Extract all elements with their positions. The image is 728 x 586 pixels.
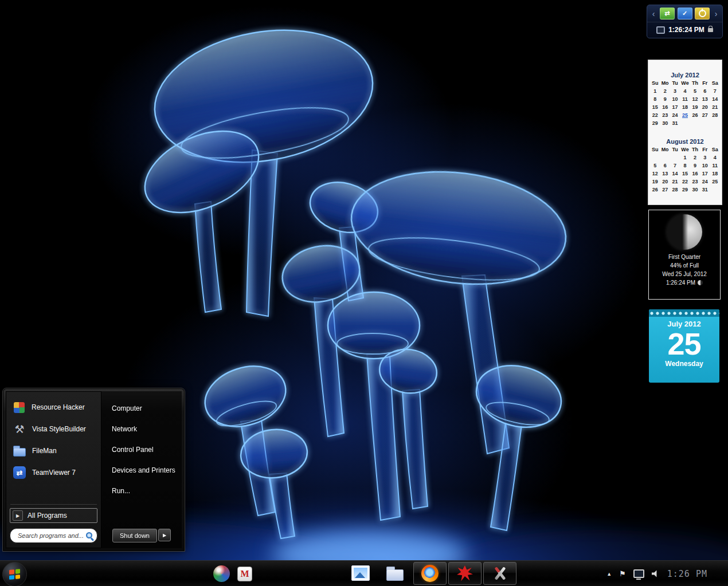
shutdown-row: Shut down ▶ [101, 529, 182, 545]
program-label: FileMan [32, 447, 57, 455]
start-menu-place-network[interactable]: Network [101, 419, 182, 439]
sync-button[interactable]: ⇄ [660, 7, 675, 19]
start-menu-place-devices-and-printers[interactable]: Devices and Printers [101, 460, 182, 481]
moon-illumination: 44% of Full [649, 261, 720, 270]
calendar-day-header: We [680, 145, 690, 154]
start-menu-item-fileman[interactable]: FileMan [10, 440, 97, 462]
start-menu-separator [10, 504, 97, 505]
image-viewer-icon[interactable] [351, 565, 370, 581]
calendar-day: 8 [650, 95, 660, 103]
all-programs-button[interactable]: ▶ All Programs [10, 508, 97, 523]
folder-icon[interactable] [386, 569, 404, 581]
calendar-day: 1 [680, 154, 690, 162]
start-menu: Resource Hacker⚒Vista StyleBuilderFileMa… [3, 388, 185, 551]
all-programs-arrow-icon: ▶ [13, 510, 23, 521]
calendar-day-header: Sa [710, 145, 720, 154]
start-menu-place-computer[interactable]: Computer [101, 398, 182, 419]
top-widget-buttons-row: ‹ ⇄ ✓ › [647, 5, 722, 22]
action-center-flag-icon[interactable]: ⚑ [619, 570, 626, 577]
start-search-input[interactable] [17, 532, 85, 540]
calendar-day: 14 [710, 95, 720, 103]
calendar-widget: July 2012SuMoTuWeThFrSa12345678910111213… [648, 60, 722, 205]
search-icon[interactable] [85, 531, 95, 541]
calendar-day-header: Th [690, 145, 700, 154]
calendar-day-header: Su [650, 145, 660, 154]
taskbar-quicklaunch-center [351, 565, 404, 581]
calendar-day-header: Fr [700, 145, 710, 154]
calendar-day: 17 [700, 170, 710, 178]
power-button[interactable] [695, 7, 710, 19]
start-menu-spacer [10, 483, 97, 502]
calendar-day: 2 [660, 87, 670, 95]
chevron-right-icon[interactable]: › [713, 10, 719, 18]
paint-splat-icon [457, 565, 473, 581]
all-programs-label: All Programs [28, 512, 67, 520]
calendar-day: 24 [700, 178, 710, 186]
shutdown-button[interactable]: Shut down [112, 529, 157, 542]
power-icon [699, 10, 706, 17]
calendar-day: 7 [710, 87, 720, 95]
program-label: Resource Hacker [32, 403, 85, 411]
calendar-day: 16 [690, 170, 700, 178]
calendar-day-header: Su [650, 79, 660, 87]
m-app-icon[interactable]: M [237, 567, 252, 581]
widget-time: 1:26:24 PM [668, 26, 704, 34]
calendar-day [690, 119, 700, 127]
chevron-left-icon[interactable]: ‹ [650, 10, 657, 18]
calendar-day: 10 [670, 95, 680, 103]
taskbar-clock[interactable]: 1:26 PM [667, 569, 707, 579]
calendar-day: 15 [650, 103, 660, 111]
calendar-day: 5 [650, 162, 660, 170]
calendar-day-header: Th [690, 79, 700, 87]
system-tray: ▲ ⚑ 1:26 PM [606, 561, 707, 586]
start-menu-place-control-panel[interactable]: Control Panel [101, 439, 182, 460]
calendar-day: 23 [690, 178, 700, 186]
calendar-day: 22 [680, 178, 690, 186]
calendar-day-header: We [680, 79, 690, 87]
date-widget-weekday: Wednesday [649, 360, 719, 368]
firefox-taskbar-button[interactable] [413, 562, 447, 585]
network-icon[interactable] [633, 569, 644, 578]
start-menu-item-vista-stylebuilder[interactable]: ⚒Vista StyleBuilder [10, 418, 97, 440]
calendar-day: 8 [680, 162, 690, 170]
calendar-day: 17 [670, 103, 680, 111]
calendar-month: August 2012SuMoTuWeThFrSa123456789101112… [648, 137, 722, 194]
calendar-day [660, 154, 670, 162]
calendar-day: 20 [660, 178, 670, 186]
start-menu-item-teamviewer-7[interactable]: ⇄TeamViewer 7 [10, 462, 97, 483]
taskbar-quicklaunch-left: M [213, 565, 252, 582]
start-menu-place-run[interactable]: Run... [101, 481, 182, 501]
taskbar: M ▲ ⚑ 1:26 PM [0, 560, 728, 586]
spiral-binding [649, 309, 719, 317]
moon-widget: First Quarter 44% of Full Wed 25 Jul, 20… [648, 210, 721, 300]
teamviewer-icon: ⇄ [13, 466, 26, 479]
calendar-day: 7 [670, 162, 680, 170]
start-search-box [10, 528, 97, 543]
calendar-day: 16 [660, 103, 670, 111]
program-label: Vista StyleBuilder [32, 425, 86, 433]
calendar-day: 29 [650, 119, 660, 127]
tools-taskbar-button[interactable] [483, 562, 516, 585]
tray-expand-icon[interactable]: ▲ [606, 571, 612, 577]
start-button[interactable] [2, 562, 27, 586]
calendar-day-header: Sa [710, 79, 720, 87]
paint-splat-taskbar-button[interactable] [448, 562, 482, 585]
start-menu-item-resource-hacker[interactable]: Resource Hacker [10, 396, 97, 418]
moon-phase-image [667, 214, 702, 250]
moon-mini-icon [698, 280, 703, 285]
check-button[interactable]: ✓ [678, 7, 692, 19]
mini-calendar-icon [656, 26, 665, 34]
calendar-day-header: Tu [670, 145, 680, 154]
calendar-day: 12 [690, 95, 700, 103]
calendar-day [650, 154, 660, 162]
volume-icon[interactable] [652, 570, 660, 578]
lock-icon [708, 28, 713, 32]
program-list: Resource Hacker⚒Vista StyleBuilderFileMa… [10, 396, 97, 483]
calendar-day: 19 [650, 178, 660, 186]
sphere-app-icon[interactable] [213, 565, 230, 582]
shutdown-options-button[interactable]: ▶ [158, 529, 171, 541]
calendar-day: 9 [660, 95, 670, 103]
calendar-day: 21 [670, 178, 680, 186]
calendar-day: 20 [700, 103, 710, 111]
calendar-day: 5 [690, 87, 700, 95]
